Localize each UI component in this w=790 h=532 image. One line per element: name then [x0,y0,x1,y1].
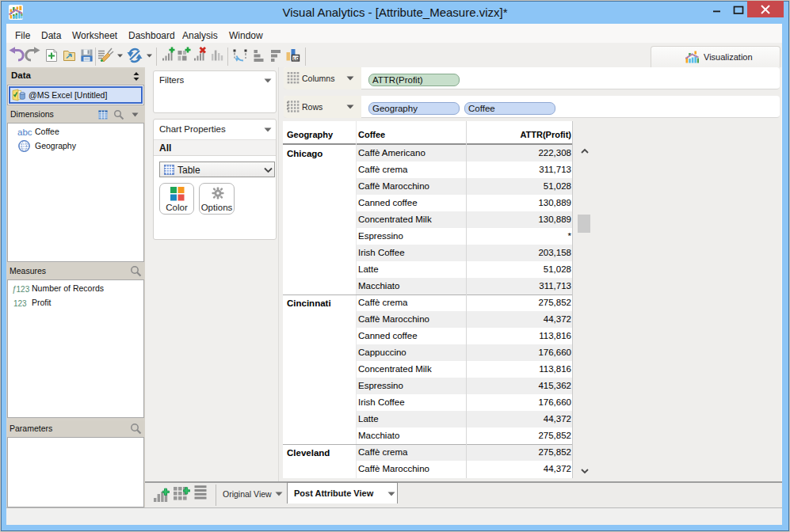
svg-text:LO: LO [293,56,300,61]
